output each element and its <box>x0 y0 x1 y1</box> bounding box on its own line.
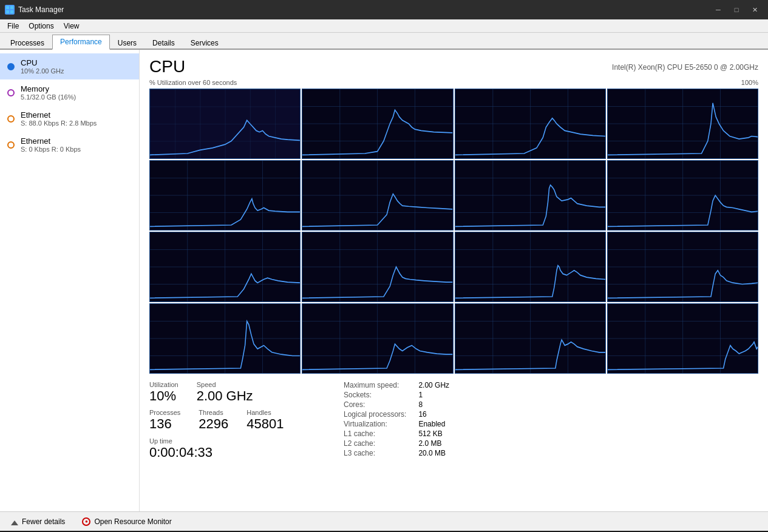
detail-value-7: 20.0 MB <box>418 449 449 457</box>
handles-value: 45801 <box>246 416 284 432</box>
svg-rect-3 <box>10 10 13 13</box>
detail-label-5: L1 cache: <box>344 429 406 438</box>
sidebar-cpu-sub: 10% 2.00 GHz <box>21 67 64 75</box>
ethernet1-dot <box>7 115 15 123</box>
tab-performance[interactable]: Performance <box>52 35 110 50</box>
stats-left: Utilization 10% Speed 2.00 GHz Processes… <box>149 381 319 460</box>
detail-label-3: Logical processors: <box>344 410 406 419</box>
graph-core-2 <box>302 89 453 159</box>
graph-core-9 <box>149 232 301 302</box>
graph-core-14 <box>302 303 453 374</box>
stat-processes: Processes 136 <box>149 409 180 432</box>
processes-label: Processes <box>149 409 180 416</box>
sidebar-item-cpu[interactable]: CPU 10% 2.00 GHz <box>0 53 139 79</box>
processes-value: 136 <box>149 416 180 432</box>
cpu-dot <box>7 63 15 70</box>
window-controls: ─ □ ✕ <box>710 3 763 16</box>
graph-core-1 <box>149 89 301 159</box>
fewer-details-label: Fewer details <box>22 517 65 526</box>
graph-core-6 <box>302 160 453 231</box>
graphs-grid <box>149 89 758 374</box>
tab-bar: Processes Performance Users Details Serv… <box>0 33 768 50</box>
graph-core-4 <box>607 89 758 159</box>
stats-row-2: Processes 136 Threads 2296 Handles 45801 <box>149 409 319 432</box>
sidebar-item-ethernet2[interactable]: Ethernet S: 0 Kbps R: 0 Kbps <box>0 132 139 158</box>
detail-value-3: 16 <box>418 410 449 419</box>
speed-value: 2.00 GHz <box>197 388 253 404</box>
graph-core-8 <box>607 160 758 231</box>
ethernet2-dot <box>7 141 15 149</box>
cpu-model: Intel(R) Xeon(R) CPU E5-2650 0 @ 2.00GHz <box>612 57 758 72</box>
app-icon <box>5 5 15 15</box>
sidebar-memory-name: Memory <box>21 84 76 93</box>
detail-label-1: Sockets: <box>344 391 406 399</box>
sidebar-item-ethernet1[interactable]: Ethernet S: 88.0 Kbps R: 2.8 Mbps <box>0 106 139 132</box>
tab-details[interactable]: Details <box>144 36 183 50</box>
chevron-up-icon <box>11 518 18 525</box>
detail-value-5: 512 KB <box>418 429 449 438</box>
footer-bar: Fewer details ● Open Resource Monitor <box>0 511 768 531</box>
detail-value-1: 1 <box>418 391 449 399</box>
stats-right: Maximum speed: 2.00 GHz Sockets: 1 Cores… <box>344 381 449 457</box>
main-layout: CPU 10% 2.00 GHz Memory 5.1/32.0 GB (16%… <box>0 50 768 511</box>
sidebar-ethernet2-name: Ethernet <box>21 136 81 146</box>
tab-processes[interactable]: Processes <box>2 36 52 50</box>
memory-dot <box>7 89 15 96</box>
menu-file[interactable]: File <box>2 21 24 32</box>
graph-core-11 <box>455 232 606 302</box>
sidebar-ethernet1-sub: S: 88.0 Kbps R: 2.8 Mbps <box>21 120 97 127</box>
open-resource-monitor-button[interactable]: ● Open Resource Monitor <box>78 516 175 527</box>
maximize-button[interactable]: □ <box>728 3 745 16</box>
stats-row-1: Utilization 10% Speed 2.00 GHz <box>149 381 319 404</box>
close-button[interactable]: ✕ <box>746 3 763 16</box>
sidebar-memory-sub: 5.1/32.0 GB (16%) <box>21 93 76 101</box>
detail-value-4: Enabled <box>418 420 449 428</box>
sidebar-cpu-name: CPU <box>21 58 64 67</box>
graph-core-15 <box>455 303 606 374</box>
menu-options[interactable]: Options <box>24 21 58 32</box>
menu-view[interactable]: View <box>59 21 84 32</box>
stat-uptime: Up time 0:00:04:33 <box>149 437 319 460</box>
detail-label-0: Maximum speed: <box>344 381 406 389</box>
chart-label: % Utilization over 60 seconds <box>149 79 237 86</box>
stat-utilization: Utilization 10% <box>149 381 178 404</box>
threads-value: 2296 <box>199 416 228 432</box>
sidebar: CPU 10% 2.00 GHz Memory 5.1/32.0 GB (16%… <box>0 50 140 511</box>
title-bar-left: Task Manager <box>5 5 64 15</box>
graph-core-3 <box>455 89 606 159</box>
detail-value-2: 8 <box>418 400 449 409</box>
chart-label-row: % Utilization over 60 seconds 100% <box>149 79 758 86</box>
tab-services[interactable]: Services <box>183 36 226 50</box>
uptime-label: Up time <box>149 437 319 445</box>
graph-core-16 <box>607 303 758 374</box>
detail-value-6: 2.0 MB <box>418 439 449 448</box>
detail-label-4: Virtualization: <box>344 420 406 428</box>
app-title: Task Manager <box>18 5 64 14</box>
menu-bar: File Options View <box>0 19 768 33</box>
svg-rect-2 <box>6 10 9 13</box>
detail-label-6: L2 cache: <box>344 439 406 448</box>
detail-label-7: L3 cache: <box>344 449 406 457</box>
fewer-details-button[interactable]: Fewer details <box>7 516 69 527</box>
stat-threads: Threads 2296 <box>199 409 228 432</box>
title-bar: Task Manager ─ □ ✕ <box>0 0 768 19</box>
utilization-value: 10% <box>149 388 178 404</box>
detail-value-0: 2.00 GHz <box>418 381 449 389</box>
utilization-label: Utilization <box>149 381 178 388</box>
graph-core-12 <box>607 232 758 302</box>
graph-core-5 <box>149 160 301 231</box>
minimize-button[interactable]: ─ <box>710 3 727 16</box>
sidebar-ethernet2-sub: S: 0 Kbps R: 0 Kbps <box>21 146 81 153</box>
handles-label: Handles <box>246 409 284 416</box>
svg-rect-0 <box>6 6 9 9</box>
content-area: CPU Intel(R) Xeon(R) CPU E5-2650 0 @ 2.0… <box>140 50 768 511</box>
cpu-title: CPU <box>149 57 185 76</box>
sidebar-item-memory[interactable]: Memory 5.1/32.0 GB (16%) <box>0 79 139 106</box>
chart-max: 100% <box>741 79 758 86</box>
tab-users[interactable]: Users <box>110 36 144 50</box>
svg-rect-1 <box>10 6 13 9</box>
stats-area: Utilization 10% Speed 2.00 GHz Processes… <box>149 381 758 460</box>
speed-label: Speed <box>197 381 253 388</box>
graph-core-10 <box>302 232 453 302</box>
cpu-header: CPU Intel(R) Xeon(R) CPU E5-2650 0 @ 2.0… <box>149 57 758 76</box>
